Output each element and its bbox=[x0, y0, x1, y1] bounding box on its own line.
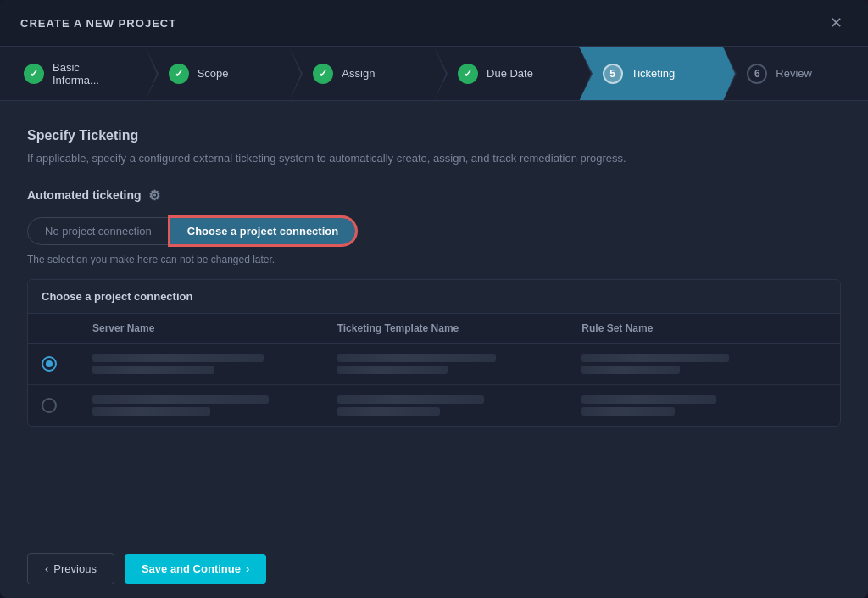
save-continue-button[interactable]: Save and Continue › bbox=[125, 554, 266, 584]
step-icon-review: 6 bbox=[747, 64, 767, 84]
step-icon-scope: ✓ bbox=[169, 64, 189, 84]
radio-button-1[interactable] bbox=[42, 356, 57, 372]
prev-icon: ‹ bbox=[45, 562, 48, 575]
modal-footer: ‹ Previous Save and Continue › bbox=[0, 539, 868, 598]
selection-note: The selection you make here can not be c… bbox=[27, 254, 841, 265]
cell-server-2 bbox=[92, 395, 337, 416]
step-icon-due-date: ✓ bbox=[458, 64, 478, 84]
col-header-radio bbox=[42, 322, 92, 334]
section-title: Specify Ticketing bbox=[27, 128, 841, 143]
create-project-modal: CREATE A NEW PROJECT ✕ ✓ Basic Informa..… bbox=[0, 0, 868, 598]
col-header-server: Server Name bbox=[92, 322, 337, 334]
step-label-review: Review bbox=[776, 67, 812, 80]
table-row[interactable] bbox=[28, 344, 840, 385]
table-row[interactable] bbox=[28, 385, 840, 426]
radio-button-2[interactable] bbox=[42, 398, 57, 413]
step-review[interactable]: 6 Review bbox=[723, 47, 868, 100]
col-header-template: Ticketing Template Name bbox=[337, 322, 582, 334]
section-desc: If applicable, specify a configured exte… bbox=[27, 150, 841, 167]
close-button[interactable]: ✕ bbox=[825, 14, 848, 32]
cell-ruleset-1 bbox=[581, 354, 826, 374]
step-assign[interactable]: ✓ Assign bbox=[289, 47, 434, 100]
cell-ruleset-2 bbox=[581, 395, 826, 416]
modal-content: Specify Ticketing If applicable, specify… bbox=[0, 101, 868, 539]
project-connection-table: Choose a project connection Server Name … bbox=[27, 279, 841, 427]
save-icon: › bbox=[246, 562, 249, 575]
cell-template-2 bbox=[337, 395, 582, 416]
step-icon-basic-info: ✓ bbox=[24, 64, 44, 84]
gear-icon: ⚙ bbox=[148, 187, 160, 204]
step-label-due-date: Due Date bbox=[487, 67, 533, 80]
step-icon-assign: ✓ bbox=[313, 64, 333, 84]
auto-ticketing-label: Automated ticketing ⚙ bbox=[27, 187, 841, 204]
table-col-headers: Server Name Ticketing Template Name Rule… bbox=[28, 314, 840, 344]
previous-button[interactable]: ‹ Previous bbox=[27, 553, 114, 584]
stepper: ✓ Basic Informa... ✓ Scope ✓ Assign ✓ Du… bbox=[0, 47, 868, 101]
step-ticketing[interactable]: 5 Ticketing bbox=[579, 47, 724, 100]
radio-selected[interactable] bbox=[42, 356, 92, 372]
step-due-date[interactable]: ✓ Due Date bbox=[434, 47, 579, 100]
save-label: Save and Continue bbox=[142, 562, 241, 575]
step-basic-info[interactable]: ✓ Basic Informa... bbox=[0, 47, 145, 100]
cell-server-1 bbox=[92, 354, 337, 374]
modal-header: CREATE A NEW PROJECT ✕ bbox=[0, 0, 868, 47]
step-label-basic-info: Basic Informa... bbox=[53, 61, 128, 87]
automated-ticketing-section: Automated ticketing ⚙ No project connect… bbox=[27, 187, 841, 427]
no-connection-button[interactable]: No project connection bbox=[27, 217, 170, 245]
step-icon-ticketing: 5 bbox=[603, 64, 623, 84]
modal-title: CREATE A NEW PROJECT bbox=[20, 17, 176, 30]
step-label-assign: Assign bbox=[342, 67, 375, 80]
step-scope[interactable]: ✓ Scope bbox=[145, 47, 290, 100]
cell-template-1 bbox=[337, 354, 582, 374]
radio-unselected[interactable] bbox=[42, 398, 92, 413]
col-header-ruleset: Rule Set Name bbox=[581, 322, 826, 334]
step-label-ticketing: Ticketing bbox=[632, 67, 676, 80]
step-label-scope: Scope bbox=[198, 67, 229, 80]
prev-label: Previous bbox=[53, 562, 97, 575]
specify-ticketing-section: Specify Ticketing If applicable, specify… bbox=[27, 128, 841, 167]
table-header: Choose a project connection bbox=[28, 280, 840, 314]
toggle-group: No project connection Choose a project c… bbox=[27, 217, 841, 245]
choose-connection-button[interactable]: Choose a project connection bbox=[170, 217, 356, 245]
